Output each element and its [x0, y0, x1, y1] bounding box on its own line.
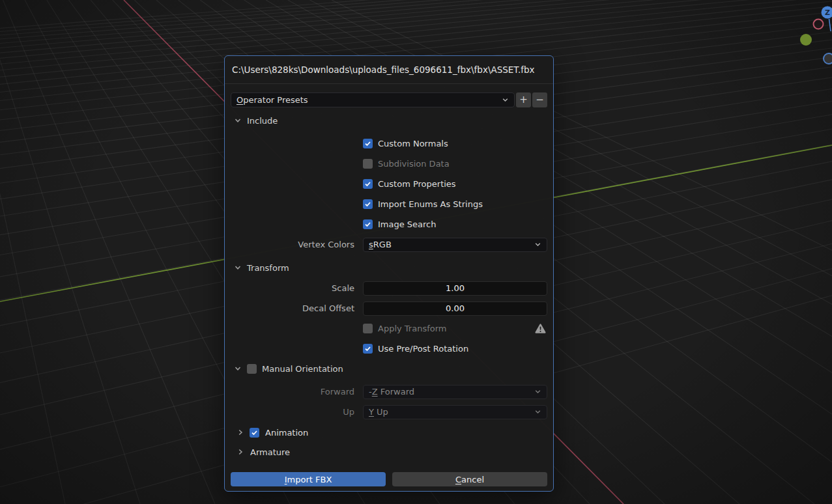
checkbox-label: Subdivision Data [378, 159, 450, 169]
operator-presets-value: Operator Presets [237, 95, 308, 105]
vertex-colors-row: Vertex Colors sRGB [231, 234, 547, 255]
checkbox-label: Custom Properties [378, 179, 456, 189]
subdivision-data-row: Subdivision Data [231, 154, 547, 174]
import-enums-checkbox[interactable] [363, 199, 373, 209]
chevron-down-icon [234, 117, 242, 124]
up-label: Up [231, 407, 363, 417]
checkbox-label: Use Pre/Post Rotation [378, 344, 468, 354]
fbx-import-dialog: C:\Users\828ks\Downloads\uploads_files_6… [224, 55, 554, 492]
subdivision-data-checkbox[interactable] [363, 159, 373, 169]
section-label: Armature [250, 447, 290, 457]
checkmark-icon [364, 221, 371, 228]
checkmark-icon [364, 140, 371, 147]
vertex-colors-label: Vertex Colors [231, 240, 363, 249]
apply-transform-row: Apply Transform [231, 318, 547, 339]
section-header-manual-orientation[interactable]: Manual Orientation [231, 361, 547, 376]
apply-transform-checkbox[interactable] [363, 324, 373, 333]
forward-row: Forward -Z Forward [231, 382, 547, 402]
remove-preset-button[interactable]: − [532, 92, 547, 107]
operator-presets-row: Operator Presets + − [231, 92, 547, 107]
checkmark-icon [251, 429, 258, 436]
chevron-down-icon [502, 96, 509, 104]
chevron-right-icon [237, 428, 244, 436]
forward-dropdown[interactable]: -Z Forward [363, 385, 547, 399]
decal-offset-row: Decal Offset 0.00 [231, 298, 547, 318]
section-header-animation[interactable]: Animation [231, 423, 547, 442]
gizmo-y-axis-ball[interactable] [800, 34, 812, 46]
forward-value: -Z Forward [369, 387, 414, 397]
vertex-colors-dropdown[interactable]: sRGB [363, 238, 547, 252]
import-enums-row: Import Enums As Strings [231, 194, 547, 214]
up-value: Y Up [369, 407, 388, 417]
use-pre-post-rotation-checkbox[interactable] [363, 344, 373, 354]
section-label: Include [247, 116, 278, 126]
custom-normals-row: Custom Normals [231, 133, 547, 154]
up-dropdown[interactable]: Y Up [363, 405, 547, 419]
scale-row: Scale 1.00 [231, 278, 547, 298]
checkbox-label: Image Search [378, 219, 437, 229]
checkbox-label: Apply Transform [378, 324, 447, 333]
chevron-down-icon [234, 365, 242, 372]
gizmo-neg-x-axis-ball[interactable] [814, 20, 824, 29]
decal-offset-label: Decal Offset [231, 303, 363, 313]
gizmo-z-label: Z [825, 8, 830, 17]
add-preset-button[interactable]: + [516, 92, 531, 107]
checkbox-label: Import Enums As Strings [378, 199, 483, 209]
import-fbx-button[interactable]: Import FBX [231, 472, 386, 486]
checkmark-icon [364, 180, 371, 188]
section-label: Transform [247, 263, 289, 273]
checkmark-icon [364, 345, 371, 352]
scale-field[interactable]: 1.00 [363, 281, 547, 296]
custom-properties-checkbox[interactable] [363, 179, 373, 189]
scale-label: Scale [231, 283, 363, 293]
checkbox-label: Custom Normals [378, 139, 448, 148]
section-header-include[interactable]: Include [231, 113, 547, 128]
operator-presets-select[interactable]: Operator Presets [231, 92, 515, 107]
section-label: Animation [265, 428, 308, 438]
vertex-colors-value: sRGB [369, 240, 392, 249]
checkmark-icon [364, 201, 371, 208]
chevron-down-icon [534, 241, 541, 248]
chevron-down-icon [534, 408, 541, 415]
warning-icon [535, 324, 547, 334]
forward-label: Forward [231, 387, 363, 397]
section-header-transform[interactable]: Transform [231, 260, 547, 275]
dialog-title-filepath: C:\Users\828ks\Downloads\uploads_files_6… [225, 56, 553, 84]
viewport-navigation-gizmo: Z [793, 0, 832, 72]
section-label: Manual Orientation [262, 364, 343, 374]
animation-checkbox[interactable] [250, 428, 259, 438]
dialog-actions: Import FBX Cancel [231, 472, 547, 486]
decal-offset-field[interactable]: 0.00 [363, 301, 547, 316]
chevron-right-icon [237, 448, 244, 456]
chevron-down-icon [234, 264, 242, 272]
gizmo-z-axis-line [829, 19, 831, 31]
image-search-row: Image Search [231, 214, 547, 234]
section-header-armature[interactable]: Armature [231, 442, 547, 462]
cancel-button[interactable]: Cancel [392, 472, 547, 486]
up-row: Up Y Up [231, 402, 547, 422]
manual-orientation-checkbox[interactable] [247, 364, 257, 374]
chevron-down-icon [534, 388, 541, 395]
custom-properties-row: Custom Properties [231, 174, 547, 194]
use-pre-post-rotation-row: Use Pre/Post Rotation [231, 339, 547, 359]
image-search-checkbox[interactable] [363, 219, 373, 229]
custom-normals-checkbox[interactable] [363, 139, 373, 148]
gizmo-neg-z-axis-ball[interactable] [824, 53, 832, 64]
